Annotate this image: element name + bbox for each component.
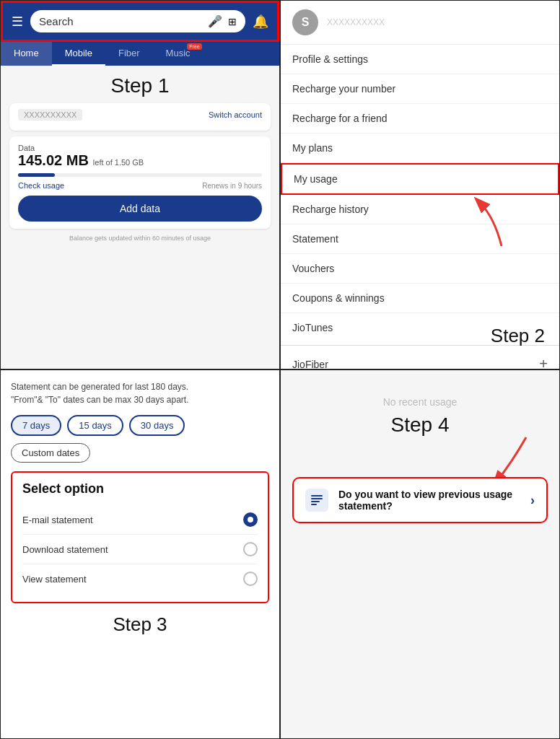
no-recent-text: No recent usage bbox=[292, 396, 548, 408]
menu-coupons[interactable]: Coupons & winnings bbox=[281, 284, 559, 313]
data-progress-fill bbox=[18, 173, 55, 177]
radio-view-unselected[interactable] bbox=[243, 572, 258, 586]
view-statement-card[interactable]: Do you want to view previous usage state… bbox=[292, 477, 548, 523]
option-email-label: E-mail statement bbox=[22, 515, 93, 525]
data-suffix: left of 1.50 GB bbox=[93, 158, 144, 167]
data-progress-bg bbox=[18, 173, 262, 177]
qr-icon[interactable]: ⊞ bbox=[228, 16, 237, 27]
date-chips: 7 days 15 days 30 days bbox=[11, 415, 269, 436]
chip-15days[interactable]: 15 days bbox=[67, 415, 123, 436]
svg-rect-2 bbox=[311, 495, 323, 497]
account-row: XXXXXXXXXX Switch account bbox=[18, 109, 262, 121]
tab-music[interactable]: MusicFree bbox=[153, 42, 204, 66]
bell-icon[interactable]: 🔔 bbox=[253, 14, 268, 30]
cell-step3: Statement can be generated for last 180 … bbox=[0, 370, 280, 739]
custom-dates-button[interactable]: Custom dates bbox=[11, 443, 90, 463]
menu-statement[interactable]: Statement bbox=[281, 224, 559, 254]
data-value: 145.02 MB bbox=[18, 152, 89, 169]
menu-recharge-number[interactable]: Recharge your number bbox=[281, 74, 559, 104]
arrow-to-myusage bbox=[458, 196, 516, 253]
jiofiber-row[interactable]: JioFiber + bbox=[281, 345, 559, 370]
plus-icon[interactable]: + bbox=[539, 356, 548, 370]
select-option-box: Select option E-mail statement Download … bbox=[11, 471, 269, 603]
hamburger-icon[interactable]: ☰ bbox=[12, 14, 23, 30]
step3-title: Step 3 bbox=[11, 613, 269, 636]
balance-note: Balance gets updated within 60 minutes o… bbox=[1, 235, 279, 242]
chip-7days[interactable]: 7 days bbox=[11, 415, 61, 436]
option-view-label: View statement bbox=[22, 574, 87, 585]
option-download-statement[interactable]: Download statement bbox=[22, 535, 258, 564]
statement-icon bbox=[310, 493, 324, 507]
renews-text: Renews in 9 hours bbox=[202, 182, 262, 190]
option-download-label: Download statement bbox=[22, 544, 108, 555]
account-card: XXXXXXXXXX Switch account bbox=[9, 103, 271, 131]
tab-home[interactable]: Home bbox=[1, 42, 52, 66]
option-view-statement[interactable]: View statement bbox=[22, 564, 258, 593]
cell4-inner: Do you want to view previous usage state… bbox=[292, 448, 548, 727]
menu-recharge-friend[interactable]: Recharge for a friend bbox=[281, 104, 559, 134]
svg-rect-3 bbox=[311, 498, 323, 499]
mic-icon[interactable]: 🎤 bbox=[208, 14, 222, 28]
search-bar[interactable]: Search 🎤 ⊞ bbox=[30, 10, 245, 32]
radio-email-selected[interactable] bbox=[243, 512, 258, 527]
tab-mobile[interactable]: Mobile bbox=[52, 42, 105, 66]
jio-header: ☰ Search 🎤 ⊞ 🔔 bbox=[1, 1, 279, 42]
svg-rect-4 bbox=[311, 501, 320, 502]
chevron-right-icon[interactable]: › bbox=[530, 493, 535, 508]
cell-step4: No recent usage Step 4 bbox=[280, 370, 560, 739]
card-text: Do you want to view previous usage state… bbox=[338, 489, 520, 512]
statement-note: Statement can be generated for last 180 … bbox=[11, 380, 269, 406]
profile-header: S XXXXXXXXXX bbox=[281, 1, 559, 45]
step1-title: Step 1 bbox=[1, 66, 279, 103]
jiofiber-label: JioFiber bbox=[292, 359, 328, 370]
svg-rect-5 bbox=[311, 504, 317, 505]
check-usage-link[interactable]: Check usage bbox=[18, 181, 64, 190]
tab-fiber[interactable]: Fiber bbox=[105, 42, 153, 66]
cell-step1: ☰ Search 🎤 ⊞ 🔔 Home Mobile Fiber MusicFr… bbox=[0, 0, 280, 370]
option-email-statement[interactable]: E-mail statement bbox=[22, 505, 258, 535]
select-option-title: Select option bbox=[22, 481, 258, 497]
chip-30days[interactable]: 30 days bbox=[129, 415, 185, 436]
switch-account-link[interactable]: Switch account bbox=[209, 110, 262, 119]
step2-title: Step 2 bbox=[491, 325, 545, 347]
data-row2: Check usage Renews in 9 hours bbox=[18, 181, 262, 190]
menu-vouchers[interactable]: Vouchers bbox=[281, 254, 559, 284]
account-number: XXXXXXXXXX bbox=[18, 109, 82, 121]
data-label: Data bbox=[18, 144, 262, 152]
radio-download-unselected[interactable] bbox=[243, 542, 258, 556]
data-section: Data 145.02 MB left of 1.50 GB Check usa… bbox=[9, 136, 271, 229]
nav-tabs: Home Mobile Fiber MusicFree bbox=[1, 42, 279, 66]
menu-my-plans[interactable]: My plans bbox=[281, 134, 559, 163]
add-data-button[interactable]: Add data bbox=[18, 196, 262, 222]
search-text: Search bbox=[39, 15, 202, 27]
list-icon bbox=[305, 489, 328, 512]
cell-step2: S XXXXXXXXXX Profile & settings Recharge… bbox=[280, 0, 560, 370]
menu-my-usage[interactable]: My usage bbox=[281, 163, 559, 195]
menu-profile-settings[interactable]: Profile & settings bbox=[281, 45, 559, 74]
free-badge: Free bbox=[187, 43, 201, 50]
profile-name: XXXXXXXXXX bbox=[327, 17, 385, 27]
avatar: S bbox=[292, 9, 318, 35]
menu-list: Profile & settings Recharge your number … bbox=[281, 45, 559, 342]
menu-recharge-history[interactable]: Recharge history bbox=[281, 195, 559, 224]
